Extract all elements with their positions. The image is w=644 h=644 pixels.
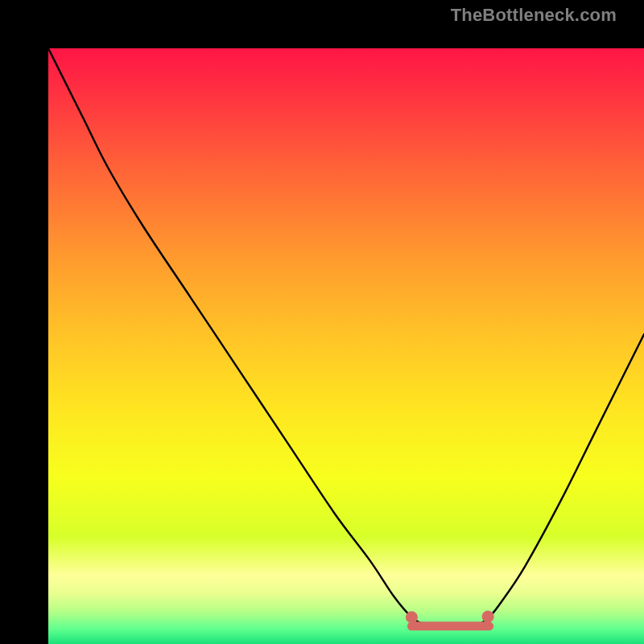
bottleneck-chart xyxy=(48,48,644,644)
highlight-dot-left xyxy=(406,611,418,623)
highlight-dot-right xyxy=(482,610,494,622)
gradient-background xyxy=(48,48,644,644)
watermark-text: TheBottleneck.com xyxy=(451,5,617,26)
plot-frame xyxy=(24,24,620,620)
